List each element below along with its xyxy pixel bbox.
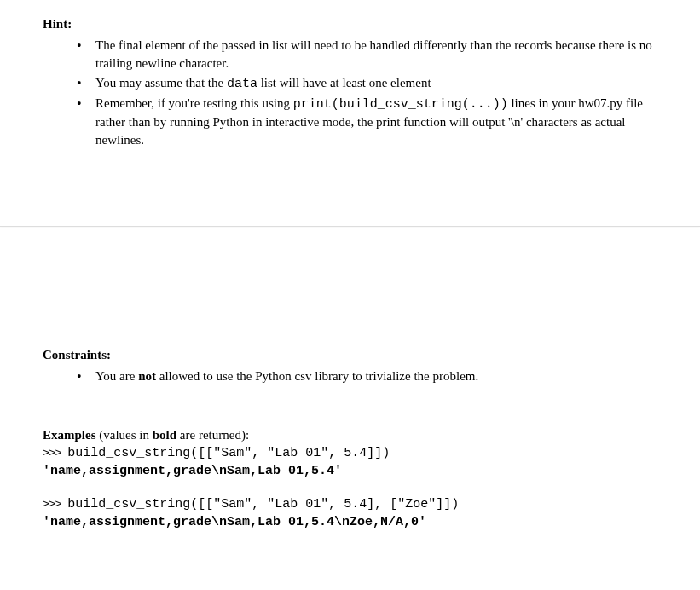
hint-item: The final element of the passed in list … [77, 37, 657, 72]
example-call: build_csv_string([["Sam", "Lab 01", 5.4]… [67, 446, 390, 460]
examples-section: Examples (values in bold are returned): … [43, 426, 657, 531]
examples-heading-line: Examples (values in bold are returned): [43, 426, 657, 444]
hint-text: You may assume that the [95, 76, 227, 90]
hint-list: The final element of the passed in list … [43, 37, 657, 149]
example-call: build_csv_string([["Sam", "Lab 01", 5.4]… [67, 497, 459, 512]
constraints-heading: Constraints: [43, 346, 657, 364]
constraint-bold: not [138, 369, 156, 383]
example-input: >>> build_csv_string([["Sam", "Lab 01", … [43, 495, 657, 513]
example-output: 'name,assignment,grade\nSam,Lab 01,5.4\n… [43, 513, 657, 531]
examples-note: (values in [96, 428, 153, 442]
hint-item: Remember, if you're testing this using p… [77, 95, 657, 149]
hint-section: Hint: The final element of the passed in… [43, 15, 657, 149]
hint-text: list will have at least one element [257, 76, 431, 90]
hint-heading: Hint: [43, 15, 657, 33]
example-block: >>> build_csv_string([["Sam", "Lab 01", … [43, 495, 657, 531]
hint-text: Remember, if you're testing this using [95, 96, 293, 110]
constraints-section: Constraints: You are not allowed to use … [43, 346, 657, 385]
examples-note-end: are returned): [176, 428, 249, 442]
prompt-prefix: >>> [43, 498, 67, 511]
inline-code: print(build_csv_string(...)) [293, 97, 508, 112]
constraint-text: You are [95, 369, 138, 383]
hint-item: You may assume that the data list will h… [77, 74, 657, 93]
page-divider [0, 226, 700, 227]
hint-text: The final element of the passed in list … [95, 38, 652, 70]
example-block: >>> build_csv_string([["Sam", "Lab 01", … [43, 444, 657, 480]
constraints-list: You are not allowed to use the Python cs… [43, 367, 657, 385]
constraint-text: allowed to use the Python csv library to… [156, 369, 478, 383]
examples-bold-word: bold [153, 428, 176, 442]
constraints-item: You are not allowed to use the Python cs… [77, 367, 657, 385]
prompt-prefix: >>> [43, 447, 67, 460]
example-input: >>> build_csv_string([["Sam", "Lab 01", … [43, 444, 657, 462]
examples-heading: Examples [43, 428, 96, 442]
inline-code: data [227, 77, 257, 91]
example-output: 'name,assignment,grade\nSam,Lab 01,5.4' [43, 462, 657, 480]
